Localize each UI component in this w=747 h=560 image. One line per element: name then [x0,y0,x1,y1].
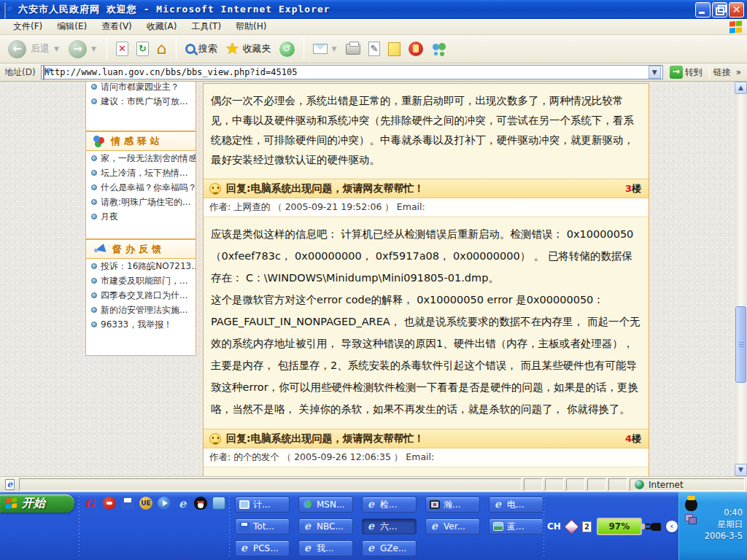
address-dropdown-icon[interactable]: ▼ [649,66,661,79]
task-button[interactable]: GZe... [362,540,417,556]
forward-button[interactable]: → ▼ [66,39,100,60]
monitor-icon [430,500,440,509]
sidebar-link[interactable]: 请教:明珠广场住宅的... [86,195,196,209]
task-button[interactable]: NBC... [298,518,353,534]
floppy-icon[interactable] [121,497,134,510]
search-button[interactable]: 搜索 [183,41,220,57]
sidebar-link[interactable]: 什么是幸福？你幸福吗？ [86,180,196,195]
discuss-button[interactable] [386,41,403,58]
scrollbar-thumb[interactable] [735,306,746,383]
back-button[interactable]: ← 后退 ▼ [6,39,63,60]
media-player-icon[interactable] [158,497,171,510]
links-overflow-chevron[interactable]: » [736,67,741,77]
mail-dropdown-icon[interactable]: ▼ [332,45,337,52]
clock-date: 2006-3-5 [705,531,743,541]
clock-panel[interactable]: 0:40 星期日 2006-3-5 [678,492,747,560]
ime-icon[interactable] [564,518,579,534]
floor-suffix: 楼 [632,183,641,194]
power-plug-icon[interactable] [650,523,661,531]
home-button[interactable]: ⌂ [155,40,169,58]
taskbar-divider[interactable] [228,495,231,557]
ie-icon [303,544,313,553]
back-dropdown-icon[interactable]: ▼ [54,45,59,52]
bullet-icon [91,263,97,269]
mail-button[interactable]: ▼ [311,42,341,55]
qq-tray-icon[interactable] [685,498,697,511]
task-button[interactable]: 电... [489,497,543,513]
sidebar-link[interactable]: 四季春交叉路口为什... [86,288,196,303]
menu-favorites[interactable]: 收藏(A) [139,19,185,34]
scroll-down-icon[interactable]: ▼ [735,464,747,476]
task-button[interactable]: 瀚... [425,497,480,513]
history-button[interactable]: ↺ [277,40,297,58]
menu-edit[interactable]: 编辑(E) [50,19,94,34]
antivirus-icon[interactable] [103,497,116,510]
edit-button[interactable] [366,40,382,58]
start-button[interactable]: 开始 [0,494,74,513]
favorites-label: 收藏夹 [243,42,271,55]
status-cell [566,478,585,491]
qq-icon[interactable] [194,497,207,510]
tray-collapse-icon[interactable]: ‹ [666,521,678,532]
sidebar-link[interactable]: 请问市都蒙园业主？ [86,82,196,94]
sidebar-link[interactable]: 家，一段无法割舍的情感 [86,151,196,166]
menu-help[interactable]: 帮助(H) [228,19,274,34]
ie-icon[interactable]: e [176,497,189,510]
bullet-icon [91,98,97,104]
address-input[interactable] [44,67,649,77]
favorites-button[interactable]: ★ 收藏夹 [223,40,274,58]
task-button[interactable]: 检... [362,497,417,513]
task-button[interactable]: Ver... [425,518,480,534]
task-button[interactable]: MSN... [298,497,353,513]
taskbar-divider[interactable] [543,495,545,557]
task-label: 检... [380,499,397,511]
menu-bar: 文件(F) 编辑(E) 查看(V) 收藏(A) 工具(T) 帮助(H) [0,19,747,35]
ultraedit-icon[interactable]: UE [139,497,152,510]
forward-dropdown-icon[interactable]: ▼ [91,45,96,52]
menu-file[interactable]: 文件(F) [6,19,50,34]
sidebar-link[interactable]: 坛上冷清，坛下热情... [86,166,196,180]
sidebar-link[interactable]: 96333，我举报！ [86,317,196,332]
sidebar-link[interactable]: 投诉：16路皖NO7213... [86,259,196,273]
task-button[interactable]: Tot... [235,518,290,534]
print-button[interactable] [344,42,363,56]
task-label: PCS... [253,543,279,553]
status-cell [587,478,606,491]
language-indicator[interactable]: CH [547,521,561,532]
restore-button[interactable] [712,2,727,18]
sidebar-link-label: 坛上冷清，坛下热情... [101,168,187,178]
minimize-button[interactable] [695,2,711,18]
refresh-icon [136,42,149,56]
network-tray-icon[interactable] [685,514,696,524]
menu-view[interactable]: 查看(V) [94,19,139,34]
sidebar-link[interactable]: 建议：市民广场可放... [86,94,196,109]
sidebar-link[interactable]: 新的治安管理法实施... [86,303,196,317]
tray-doc-icon[interactable]: 2 [582,521,592,532]
bullet-icon [91,322,97,327]
task-label: 蓝... [507,521,524,533]
menu-tools[interactable]: 工具(T) [184,19,228,34]
sidebar-link[interactable]: 月夜 [86,209,196,224]
page-scrollbar[interactable]: ▲ ▼ [735,82,747,476]
windows-theme-icon[interactable] [212,497,225,510]
scroll-up-icon[interactable]: ▲ [735,82,747,94]
task-button[interactable]: 计... [235,497,290,513]
reply-header: 回复:电脑系统出现问题，烦请网友帮帮忙！ 4楼 [204,429,649,448]
flashget-icon[interactable]: G [85,497,98,510]
task-button-active[interactable]: 六... [362,518,417,534]
task-button[interactable]: PCS... [235,540,290,556]
messenger-button[interactable] [429,41,449,57]
sidebar-link[interactable]: 市建委及职能部门，... [86,273,196,288]
task-button[interactable]: 蓝... [489,518,543,534]
battery-indicator[interactable]: 97% [597,518,642,535]
security-tool-button[interactable] [406,40,425,58]
task-button[interactable]: 我... [298,540,353,556]
stop-button[interactable] [114,40,131,58]
taskbar-divider[interactable] [78,495,80,557]
close-button[interactable] [729,2,744,18]
zone-label: Internet [649,480,684,490]
refresh-button[interactable] [134,40,151,58]
section-title: 督办反馈 [112,243,165,256]
links-label[interactable]: 链接 [713,66,731,79]
go-button[interactable]: → 转到 [667,65,705,79]
